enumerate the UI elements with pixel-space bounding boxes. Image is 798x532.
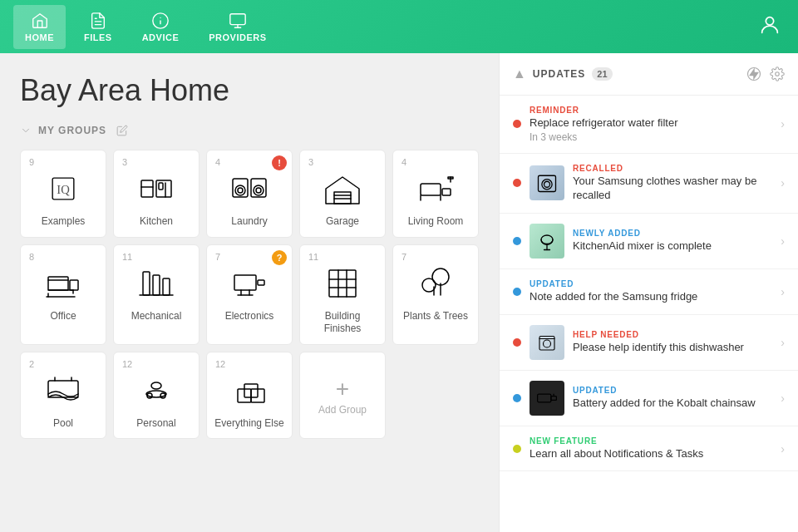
svg-rect-36 xyxy=(163,278,170,295)
nav-providers[interactable]: PROVIDERS xyxy=(197,5,278,49)
group-card-personal[interactable]: 12 Personal xyxy=(113,352,200,440)
update-content: UPDATED Note added for the Samsung fridg… xyxy=(530,279,772,304)
profile-icon[interactable] xyxy=(758,13,781,40)
nav-home[interactable]: HOME xyxy=(13,5,66,49)
add-group-card[interactable]: + Add Group xyxy=(299,352,386,440)
group-card-office[interactable]: 8 Office xyxy=(20,244,106,345)
group-card-pool[interactable]: 2 Pool xyxy=(20,352,106,440)
update-title: KitchenAid mixer is complete xyxy=(573,239,772,254)
update-content: HELP NEEDED Please help identify this di… xyxy=(573,330,772,355)
updates-count: 21 xyxy=(592,67,612,81)
building-finishes-icon xyxy=(321,262,364,305)
add-plus-icon: + xyxy=(336,377,349,401)
nav-files[interactable]: FILES xyxy=(72,5,124,49)
chevron-right-icon: › xyxy=(781,117,785,131)
svg-text:IQ: IQ xyxy=(57,183,70,196)
flash-icon[interactable] xyxy=(746,66,761,81)
update-tag: NEW FEATURE xyxy=(530,436,772,446)
chevron-right-icon: › xyxy=(781,234,785,248)
svg-rect-21 xyxy=(421,184,441,195)
update-dot xyxy=(513,445,521,453)
svg-rect-27 xyxy=(48,277,68,290)
top-navigation: HOME FILES ADVICE PROVIDERS xyxy=(0,0,798,53)
kitchen-icon xyxy=(135,167,178,210)
update-thumb xyxy=(530,325,564,360)
group-card-electronics[interactable]: 7 ? Electronics xyxy=(206,244,293,345)
svg-marker-63 xyxy=(749,68,759,81)
svg-point-56 xyxy=(146,391,166,397)
update-tag: UPDATED xyxy=(573,386,772,395)
update-title: Your Samsung clothes washer may be recal… xyxy=(573,175,772,203)
update-content: UPDATED Battery added for the Kobalt cha… xyxy=(573,386,772,411)
update-thumb xyxy=(530,381,564,416)
left-panel: Bay Area Home MY GROUPS 9 IQ Examples 3 xyxy=(0,53,499,532)
update-dot xyxy=(513,338,521,347)
svg-point-14 xyxy=(238,188,243,193)
update-item-newly-added-mixer[interactable]: NEWLY ADDED KitchenAid mixer is complete… xyxy=(500,214,798,269)
chevron-right-icon: › xyxy=(781,176,785,190)
update-tag: REMINDER xyxy=(530,106,772,115)
group-card-mechanical[interactable]: 11 Mechanical xyxy=(113,244,200,345)
update-item-new-feature[interactable]: NEW FEATURE Learn all about Notification… xyxy=(500,426,798,472)
svg-rect-34 xyxy=(143,272,150,295)
update-tag: UPDATED xyxy=(530,279,772,288)
chevron-right-icon: › xyxy=(781,336,785,349)
group-card-living-room[interactable]: 4 Living Room xyxy=(392,150,479,238)
living-room-icon xyxy=(414,167,457,210)
svg-point-4 xyxy=(766,17,773,25)
svg-point-55 xyxy=(151,382,161,389)
svg-rect-74 xyxy=(538,394,551,402)
update-item-updated-fridge[interactable]: UPDATED Note added for the Samsung fridg… xyxy=(500,269,798,315)
nav-advice[interactable]: ADVICE xyxy=(131,5,191,49)
svg-rect-29 xyxy=(70,280,78,290)
updates-actions xyxy=(746,66,785,81)
page-title: Bay Area Home xyxy=(20,73,479,108)
svg-rect-35 xyxy=(153,275,160,295)
everything-else-icon xyxy=(228,369,271,412)
svg-point-13 xyxy=(235,185,245,195)
group-card-building-finishes[interactable]: 11 Building Finishes xyxy=(299,244,386,345)
chevron-right-icon: › xyxy=(781,442,785,456)
electronics-badge: ? xyxy=(272,250,287,265)
svg-rect-38 xyxy=(234,275,256,290)
svg-rect-7 xyxy=(141,180,153,197)
main-layout: Bay Area Home MY GROUPS 9 IQ Examples 3 xyxy=(0,53,798,532)
update-content: RECALLED Your Samsung clothes washer may… xyxy=(573,164,772,203)
update-content: NEWLY ADDED KitchenAid mixer is complete xyxy=(573,229,772,254)
update-item-reminder-filter[interactable]: REMINDER Replace refrigerator water filt… xyxy=(500,96,798,154)
group-card-everything-else[interactable]: 12 Everything Else xyxy=(206,352,293,440)
update-title: Replace refrigerator water filter xyxy=(530,116,772,131)
update-dot xyxy=(513,120,521,128)
update-dot xyxy=(513,237,521,245)
update-item-recalled-washer[interactable]: RECALLED Your Samsung clothes washer may… xyxy=(500,154,798,214)
update-title: Battery added for the Kobalt chainsaw xyxy=(573,397,772,411)
update-item-help-dishwasher[interactable]: HELP NEEDED Please help identify this di… xyxy=(500,315,798,371)
updates-label: UPDATES xyxy=(533,68,585,80)
svg-rect-10 xyxy=(159,183,163,190)
update-content: REMINDER Replace refrigerator water filt… xyxy=(530,106,772,143)
personal-icon xyxy=(135,369,178,412)
svg-point-16 xyxy=(254,185,264,195)
pool-icon xyxy=(42,369,85,412)
update-tag: RECALLED xyxy=(573,164,772,173)
group-card-examples[interactable]: 9 IQ Examples xyxy=(20,150,106,238)
svg-point-66 xyxy=(542,180,552,190)
group-card-laundry[interactable]: 4 ! Laundry xyxy=(206,150,293,238)
garage-icon xyxy=(321,167,364,210)
my-groups-header[interactable]: MY GROUPS xyxy=(20,125,479,136)
settings-icon[interactable] xyxy=(770,66,785,81)
updates-header: ▲ UPDATES 21 xyxy=(500,53,798,96)
group-card-garage[interactable]: 3 Garage xyxy=(299,150,386,238)
update-thumb xyxy=(530,165,564,200)
updates-chevron-icon[interactable]: ▲ xyxy=(513,66,526,81)
group-card-plants-trees[interactable]: 7 Plants & Trees xyxy=(392,244,479,345)
office-icon xyxy=(42,262,85,305)
update-item-updated-chainsaw[interactable]: UPDATED Battery added for the Kobalt cha… xyxy=(500,371,798,426)
plants-trees-icon xyxy=(414,262,457,305)
update-dot xyxy=(513,288,521,296)
svg-point-72 xyxy=(544,340,551,347)
edit-icon[interactable] xyxy=(116,125,128,136)
svg-rect-22 xyxy=(442,189,451,195)
group-card-kitchen[interactable]: 3 Kitchen xyxy=(113,150,200,238)
right-panel: ▲ UPDATES 21 REMINDER Replace refrigerat… xyxy=(499,53,798,532)
